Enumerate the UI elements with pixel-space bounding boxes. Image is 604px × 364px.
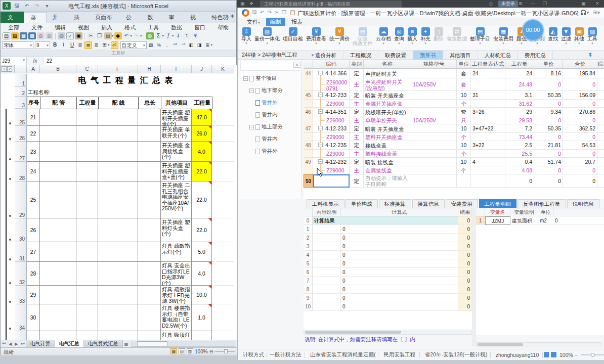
grid-row-header[interactable]: [304, 150, 313, 158]
cell[interactable]: [76, 331, 98, 340]
outline-level-2[interactable]: 2: [7, 66, 12, 72]
normal-view-icon[interactable]: ▦: [170, 348, 177, 354]
toolbar-icon[interactable]: ◍: [146, 32, 154, 39]
cell-unit[interactable]: 10个: [457, 91, 471, 100]
pdf-minimize-icon[interactable]: —: [531, 1, 535, 6]
cell[interactable]: [40, 142, 76, 162]
toolbar-icon[interactable]: ↷: [133, 32, 140, 39]
outline-dot-icon[interactable]: [9, 301, 11, 303]
cell[interactable]: [98, 142, 138, 162]
tool-费用查看[interactable]: ¥费用查看▾: [305, 27, 328, 50]
detail-row-num[interactable]: 4: [304, 251, 313, 259]
tree-search-box[interactable]: [240, 61, 300, 71]
detail-expr[interactable]: 0: [341, 234, 458, 242]
toolbar-icon[interactable]: ▨: [11, 32, 19, 39]
detail-row-num[interactable]: 7: [304, 277, 313, 285]
cell-expr[interactable]: 4: [471, 158, 505, 166]
toolbar-icon[interactable]: ⇃: [175, 32, 182, 39]
outline-dot-icon[interactable]: [9, 328, 11, 330]
page-layout-view-icon[interactable]: ▤: [179, 348, 185, 354]
increase-decimal-icon[interactable]: ⁺⁰: [171, 41, 179, 49]
detail-row-num[interactable]: 3: [304, 242, 313, 251]
grid-header-单位[interactable]: 单位: [457, 60, 471, 69]
detail-expr[interactable]: 0: [341, 225, 458, 234]
cell[interactable]: 28: [27, 262, 40, 286]
cell-qty[interactable]: 31.62: [505, 100, 534, 108]
gbq-undo-icon[interactable]: ↶: [260, 10, 264, 15]
cell[interactable]: [138, 109, 161, 126]
var-desc[interactable]: 建筑面积: [510, 216, 538, 225]
toolbar-icon[interactable]: Σ: [155, 32, 162, 39]
detail-row-num[interactable]: 10: [304, 302, 313, 311]
cell-price[interactable]: 50.35: [534, 91, 563, 100]
menu-全部[interactable]: 全部 ▾: [4, 23, 27, 31]
gbq-tab-人材机汇总[interactable]: 人材机汇总: [478, 51, 519, 60]
cell[interactable]: [40, 181, 76, 218]
cell-qty[interactable]: 4.0: [192, 262, 212, 286]
detail-result[interactable]: 0: [458, 259, 472, 268]
cell[interactable]: [40, 162, 76, 181]
cell-unit[interactable]: 个: [457, 166, 471, 174]
row-expand-icon[interactable]: −: [318, 159, 323, 164]
grid-row-header[interactable]: 47: [304, 124, 313, 133]
tree-item-管井外[interactable]: 管井外: [255, 148, 278, 155]
grid-header-编码[interactable]: 编码: [313, 60, 350, 69]
cell[interactable]: [40, 304, 76, 331]
detail-result[interactable]: 0: [458, 277, 472, 285]
cell[interactable]: 24: [27, 162, 40, 181]
ribbon-tab-审阅[interactable]: 审阅: [163, 12, 184, 23]
column-header-B[interactable]: B: [40, 65, 76, 73]
cell[interactable]: [98, 126, 138, 142]
grid-row-header[interactable]: 46: [304, 108, 313, 116]
detail-desc[interactable]: [313, 251, 341, 259]
var-name[interactable]: JZMJ: [485, 216, 510, 225]
cell-price[interactable]: 0: [534, 100, 563, 108]
detail-expr[interactable]: 0: [341, 251, 458, 259]
cell-total[interactable]: 0: [563, 116, 597, 124]
cell-x[interactable]: [597, 116, 604, 124]
cell-qty[interactable]: 29: [505, 108, 534, 116]
cell-cat[interactable]: 定: [350, 174, 364, 188]
underline-icon[interactable]: U: [68, 41, 76, 49]
cell-spec[interactable]: [411, 108, 457, 116]
cell-spec[interactable]: [411, 69, 457, 78]
indent-icon[interactable]: ◧: [188, 41, 195, 49]
cell[interactable]: [40, 109, 76, 126]
cell[interactable]: [40, 242, 76, 262]
merge-center-icon[interactable]: ⊞: [101, 41, 108, 49]
cell-qty[interactable]: 22.0: [192, 162, 212, 181]
cell-unit[interactable]: 10个: [457, 158, 471, 166]
ribbon-tab-开始[interactable]: 开始: [47, 12, 68, 23]
detail-tab-标准换算[interactable]: 标准换算: [379, 199, 411, 208]
cell-x[interactable]: [597, 78, 604, 91]
cell[interactable]: [76, 109, 98, 126]
gbq-save-icon[interactable]: 🖫: [252, 10, 257, 15]
cell[interactable]: [40, 218, 76, 242]
outline-dot-icon[interactable]: [9, 258, 11, 260]
grid-row-header[interactable]: [304, 133, 313, 141]
detail-tab-工程量明细[interactable]: 工程量明细: [479, 199, 517, 208]
cell-spec[interactable]: [411, 100, 457, 108]
cell-spec[interactable]: [411, 150, 457, 158]
row-expand-icon[interactable]: −: [318, 93, 323, 97]
cell-cat[interactable]: 主: [350, 133, 364, 141]
cell-qty[interactable]: 25.5: [505, 150, 534, 158]
cell-cat[interactable]: 定: [350, 141, 364, 150]
bold-icon[interactable]: B: [51, 41, 59, 49]
var-value[interactable]: 0: [553, 216, 604, 225]
cell-cat[interactable]: 主: [350, 150, 364, 158]
cell-qty[interactable]: 73.44: [505, 133, 534, 141]
outline-dot-icon[interactable]: [9, 178, 11, 180]
cell-unit[interactable]: 套: [457, 108, 471, 116]
detail-tab-工料机显示[interactable]: 工料机显示: [307, 199, 344, 208]
cell-total[interactable]: 0: [563, 150, 597, 158]
tool-云存档[interactable]: ☁云存档▾: [374, 27, 393, 50]
cell-qty[interactable]: 0.4: [505, 158, 534, 166]
cell-spec[interactable]: [411, 166, 457, 174]
toolbar-icon[interactable]: ⎙: [37, 32, 45, 39]
cell-name[interactable]: 金属接线盒: [364, 166, 411, 174]
tool-过滤[interactable]: ▼过滤▾: [559, 27, 573, 50]
detail-result[interactable]: 0: [458, 234, 472, 242]
cell-item[interactable]: 灯具 疏散指示灯(个): [161, 242, 192, 262]
cell[interactable]: 30: [27, 304, 40, 331]
